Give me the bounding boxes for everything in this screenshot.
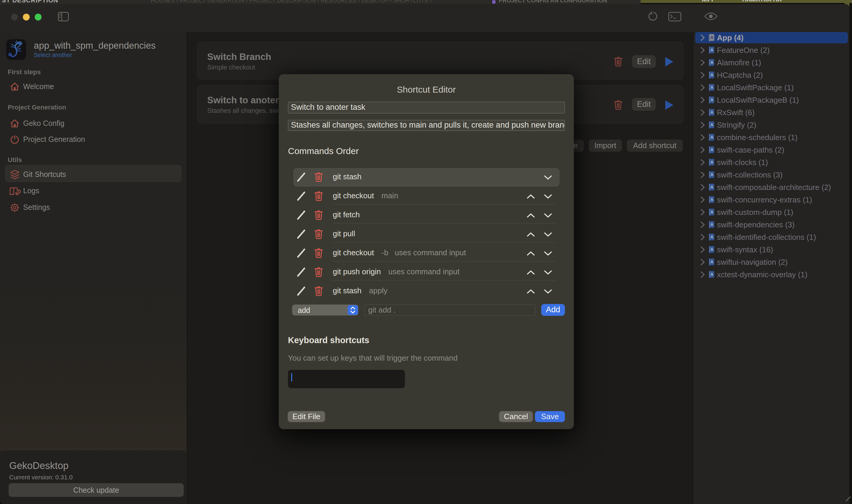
- svg-text:A: A: [710, 147, 713, 152]
- svg-text:A: A: [710, 259, 713, 264]
- svg-text:A: A: [710, 185, 713, 190]
- svg-text:A: A: [710, 72, 713, 77]
- svg-text:A: A: [710, 247, 713, 252]
- svg-text:A: A: [710, 272, 713, 277]
- svg-text:A: A: [710, 222, 713, 227]
- svg-text:A: A: [710, 48, 713, 52]
- svg-text:A: A: [710, 97, 713, 102]
- svg-text:A: A: [710, 234, 713, 239]
- svg-text:A: A: [710, 122, 713, 127]
- svg-text:A: A: [710, 110, 713, 114]
- svg-text:A: A: [710, 85, 713, 90]
- svg-text:A: A: [710, 172, 713, 177]
- svg-text:A: A: [710, 35, 713, 40]
- svg-text:A: A: [710, 197, 713, 202]
- svg-text:A: A: [710, 135, 713, 140]
- svg-text:A: A: [710, 160, 713, 164]
- svg-text:A: A: [710, 210, 713, 214]
- svg-text:A: A: [710, 60, 713, 65]
